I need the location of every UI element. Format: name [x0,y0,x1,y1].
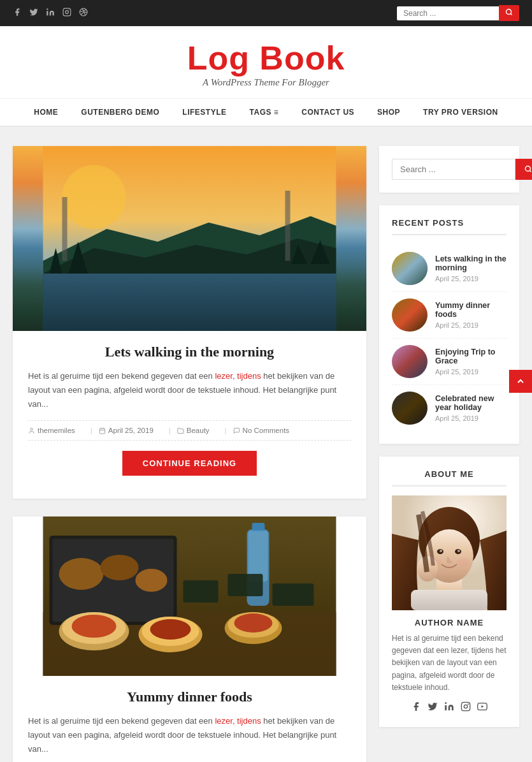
post-1-excerpt: Het is al geruime tijd een bekend gegeve… [28,369,351,411]
post-2-body: Yummy dinner foods Het is al geruime tij… [13,676,366,762]
recent-post-title-3: Enjoying Trip to Grace [435,348,507,365]
svg-point-8 [62,165,126,229]
social-facebook[interactable] [13,8,22,19]
nav-gutenberg[interactable]: GUTENBERG DEMO [69,99,171,126]
recent-post-title-4: Celebrated new year holiday [435,394,507,412]
svg-rect-69 [461,702,470,710]
about-social-youtube[interactable] [477,701,487,714]
svg-rect-43 [228,574,263,596]
recent-post-thumb-2 [392,298,428,332]
svg-rect-52 [392,252,428,285]
about-author-photo [392,495,507,610]
sidebar-search-input[interactable] [392,159,515,180]
svg-marker-72 [482,705,484,708]
sidebar-search-widget [379,146,519,193]
social-twitter[interactable] [29,8,38,19]
sidebar-search-button[interactable] [515,159,532,180]
top-bar-search-form [397,5,519,21]
author-name: AUTHOR NAME [392,618,507,627]
about-social-facebook[interactable] [411,701,421,714]
post-1-excerpt-link[interactable]: lezer, tijdens [215,371,261,381]
social-dribbble[interactable] [79,8,88,19]
svg-point-2 [66,10,69,13]
svg-point-39 [72,615,117,638]
svg-rect-13 [285,191,291,261]
recent-post-thumb-1 [392,252,428,285]
post-card-1: Lets walking in the morning Het is al ge… [13,146,366,499]
post-1-category: Beauty [177,427,227,434]
recent-post-title-2: Yummy dinner foods [435,301,507,319]
svg-point-40 [150,619,191,640]
svg-rect-54 [392,345,428,378]
scroll-to-top-button[interactable] [509,370,532,393]
sidebar-recent-posts-widget: RECENT POSTS Lets walking in the morning… [379,205,519,444]
recent-post-item-3: Enjoying Trip to Grace April 25, 2019 [392,339,507,385]
top-bar [0,0,532,26]
recent-post-info-3: Enjoying Trip to Grace April 25, 2019 [435,348,507,376]
svg-rect-44 [273,583,314,606]
svg-point-63 [440,550,442,552]
author-bio: Het is al geruime tijd een bekend gegeve… [392,633,507,694]
nav-tags[interactable]: TAGS ≡ [238,99,291,126]
svg-rect-12 [62,197,68,261]
post-1-author: thememiles [28,427,92,434]
top-bar-search-input[interactable] [397,6,499,20]
post-2-title: Yummy dinner foods [28,689,351,705]
svg-line-51 [529,170,531,172]
about-social-instagram[interactable] [461,701,471,714]
nav-home[interactable]: HOME [22,99,69,126]
post-1-continue-wrap: CONTINUE READING [28,451,351,488]
svg-point-29 [136,569,168,592]
svg-point-28 [101,555,139,580]
nav-shop[interactable]: SHOP [366,99,412,126]
recent-post-item-4: Celebrated new year holiday April 25, 20… [392,385,507,431]
post-2-excerpt: Het is al geruime tijd een bekend gegeve… [28,714,351,756]
main-content: Lets walking in the morning Het is al ge… [13,146,366,762]
recent-post-thumb-4 [392,392,428,425]
social-instagram[interactable] [62,8,71,19]
recent-post-info-1: Lets walking in the morning April 25, 20… [435,254,507,282]
nav-contact[interactable]: CONTACT US [290,99,366,126]
post-card-2: Yummy dinner foods Het is al geruime tij… [13,517,366,762]
svg-point-50 [526,166,531,171]
main-nav: HOME GUTENBERG DEMO LIFESTYLE TAGS ≡ CON… [0,99,532,127]
nav-pro[interactable]: TRY PRO VERSION [412,99,510,126]
sidebar-search-form [392,159,507,180]
top-bar-social [13,8,88,19]
about-social-linkedin[interactable] [444,701,454,714]
post-2-excerpt-link[interactable]: lezer, tijdens [215,716,261,726]
svg-rect-19 [99,429,104,434]
recent-post-date-4: April 25, 2019 [435,414,507,422]
site-title: Log Book [13,41,519,75]
svg-rect-59 [411,590,487,610]
post-1-body: Lets walking in the morning Het is al ge… [13,331,366,499]
recent-post-date-1: April 25, 2019 [435,275,507,282]
svg-point-0 [47,8,48,10]
svg-point-71 [468,703,469,705]
svg-point-66 [457,559,470,566]
svg-point-3 [69,10,69,10]
svg-point-64 [457,550,460,552]
post-1-meta: thememiles April 25, 2019 Beauty No Comm… [28,420,351,441]
post-1-date: April 25, 2019 [99,427,171,434]
post-1-continue-button[interactable]: CONTINUE READING [122,451,257,476]
top-bar-search-button[interactable] [499,5,519,21]
recent-posts-title: RECENT POSTS [392,218,507,235]
social-linkedin[interactable] [46,8,55,19]
svg-point-41 [234,613,273,633]
nav-lifestyle[interactable]: LIFESTYLE [171,99,238,126]
svg-point-18 [31,428,33,430]
recent-post-item-2: Yummy dinner foods April 25, 2019 [392,292,507,339]
recent-post-date-2: April 25, 2019 [435,321,507,329]
post-1-image [13,146,366,331]
svg-point-70 [464,705,467,708]
recent-post-date-3: April 25, 2019 [435,368,507,376]
svg-rect-11 [43,274,336,331]
site-header: Log Book A WordPress Theme For Blogger [0,26,532,99]
sidebar-about-widget: ABOUT ME [379,457,519,727]
about-social-twitter[interactable] [428,701,438,714]
recent-post-info-4: Celebrated new year holiday April 25, 20… [435,394,507,422]
post-1-comments: No Comments [233,427,296,434]
svg-rect-53 [392,298,428,332]
svg-rect-42 [183,580,219,603]
